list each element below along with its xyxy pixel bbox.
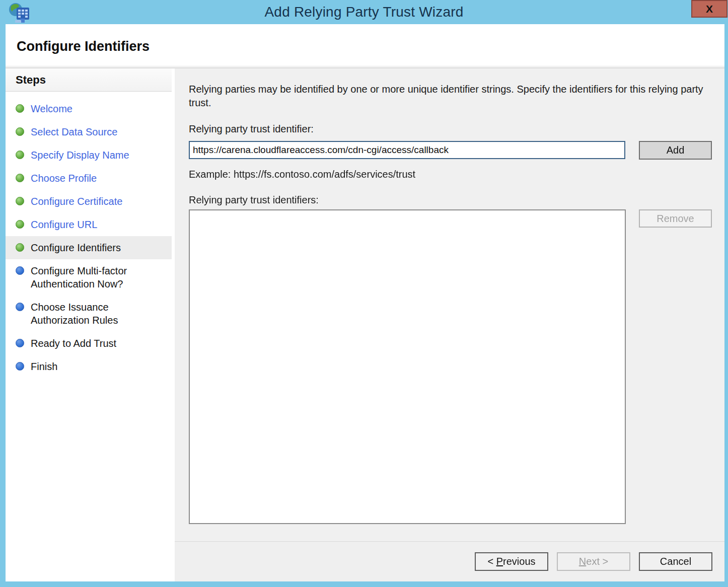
step-configure-mfa: Configure Multi-factor Authentication No… xyxy=(6,259,172,296)
adfs-app-icon xyxy=(8,2,31,23)
step-upcoming-icon xyxy=(16,303,24,311)
step-welcome[interactable]: Welcome xyxy=(6,97,172,120)
step-completed-icon xyxy=(16,174,24,182)
wizard-button-bar: < Previous Next > Cancel xyxy=(175,541,724,581)
identifiers-list-label: Relying party trust identifiers: xyxy=(189,194,715,206)
window-body: Configure Identifiers Steps Welcome Sele… xyxy=(6,24,724,581)
step-configure-certificate[interactable]: Configure Certificate xyxy=(6,190,172,213)
step-list: Welcome Select Data Source Specify Displ… xyxy=(6,92,172,378)
identifier-input[interactable] xyxy=(189,141,625,159)
step-completed-icon xyxy=(16,151,24,159)
step-finish: Finish xyxy=(6,355,172,378)
steps-sidebar: Steps Welcome Select Data Source Specify… xyxy=(6,68,172,581)
titlebar: Add Relying Party Trust Wizard X xyxy=(0,0,728,24)
step-upcoming-icon xyxy=(16,339,24,347)
step-completed-icon xyxy=(16,127,24,136)
step-completed-icon xyxy=(16,197,24,205)
step-completed-icon xyxy=(16,220,24,229)
previous-button[interactable]: < Previous xyxy=(475,552,548,571)
wizard-window: Add Relying Party Trust Wizard X Configu… xyxy=(0,0,728,587)
close-button[interactable]: X xyxy=(691,0,727,18)
content-pane: Relying parties may be identified by one… xyxy=(175,68,724,540)
remove-button[interactable]: Remove xyxy=(639,209,712,228)
intro-text: Relying parties may be identified by one… xyxy=(189,83,703,110)
step-upcoming-icon xyxy=(16,362,24,371)
example-text: Example: https://fs.contoso.com/adfs/ser… xyxy=(189,169,715,180)
next-button[interactable]: Next > xyxy=(557,552,630,571)
steps-heading: Steps xyxy=(6,68,172,92)
step-choose-profile[interactable]: Choose Profile xyxy=(6,167,172,190)
step-ready-to-add-trust: Ready to Add Trust xyxy=(6,332,172,355)
step-configure-url[interactable]: Configure URL xyxy=(6,213,172,236)
step-select-data-source[interactable]: Select Data Source xyxy=(6,120,172,143)
step-choose-issuance-authorization-rules: Choose Issuance Authorization Rules xyxy=(6,296,172,332)
identifiers-listbox[interactable] xyxy=(189,209,626,524)
identifier-label: Relying party trust identifier: xyxy=(189,123,715,135)
step-upcoming-icon xyxy=(16,266,24,275)
step-completed-icon xyxy=(16,104,24,113)
page-header: Configure Identifiers xyxy=(6,24,724,68)
step-configure-identifiers[interactable]: Configure Identifiers xyxy=(6,236,172,259)
step-specify-display-name[interactable]: Specify Display Name xyxy=(6,143,172,167)
add-button[interactable]: Add xyxy=(639,141,712,160)
cancel-button[interactable]: Cancel xyxy=(639,552,712,571)
window-title: Add Relying Party Trust Wizard xyxy=(264,4,463,20)
page-title: Configure Identifiers xyxy=(17,39,150,54)
step-current-icon xyxy=(16,243,24,252)
